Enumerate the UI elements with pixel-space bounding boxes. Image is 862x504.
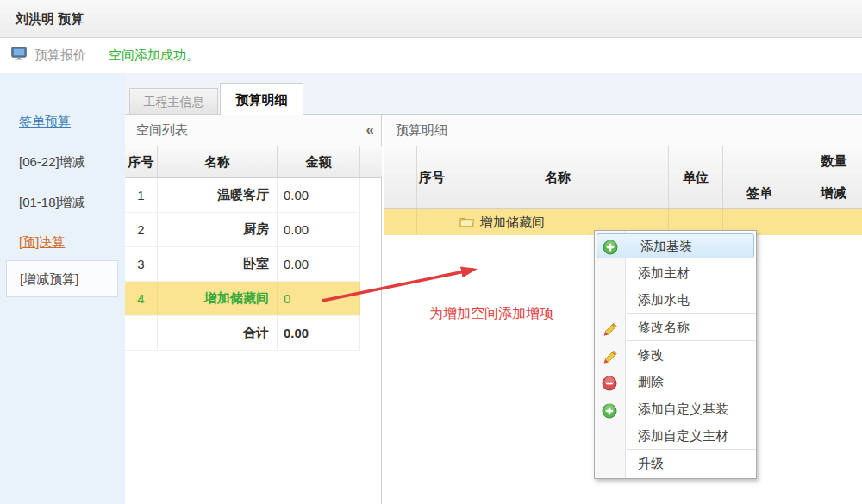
detail-title: 预算明细 bbox=[396, 122, 447, 137]
cell-name: 增加储藏间 bbox=[158, 282, 278, 315]
cell-name: 厨房 bbox=[158, 213, 278, 246]
menu-item-add-plumbing[interactable]: 添加水电 bbox=[595, 286, 756, 313]
menu-item-add-basic[interactable]: 添加基装 bbox=[597, 233, 754, 258]
menu-item-rename[interactable]: 修改名称 bbox=[595, 314, 756, 340]
menu-item-label: 添加自定义基装 bbox=[638, 401, 728, 416]
tab-project-info[interactable]: 工程主信息 bbox=[129, 88, 218, 114]
space-table-header: 序号 名称 金额 bbox=[125, 146, 382, 178]
cell-seq: 1 bbox=[125, 178, 158, 212]
menu-item-add-main-material[interactable]: 添加主材 bbox=[595, 259, 756, 286]
menu-item-add-custom-basic[interactable]: 添加自定义基装 bbox=[595, 395, 756, 422]
annotation-text: 为增加空间添加增项 bbox=[429, 305, 553, 323]
detail-row-name: 增加储藏间 bbox=[480, 215, 545, 231]
menu-item-delete[interactable]: 删除 bbox=[595, 368, 756, 395]
menu-item-upgrade[interactable]: 升级 bbox=[595, 450, 756, 476]
space-row-2[interactable]: 2 厨房 0.00 bbox=[125, 213, 360, 247]
menu-item-edit[interactable]: 修改 bbox=[595, 341, 756, 368]
menu-item-label: 修改名称 bbox=[638, 320, 690, 334]
detail-table-header: 序号 名称 单位 数量 签单 增减 bbox=[384, 146, 862, 209]
total-label: 合计 bbox=[158, 316, 278, 350]
col-qty-change: 增减 bbox=[796, 177, 862, 208]
cell-amount: 0.00 bbox=[278, 213, 360, 246]
menu-item-label: 添加基装 bbox=[640, 239, 692, 253]
col-filler bbox=[360, 146, 382, 177]
collapse-panel-icon[interactable]: « bbox=[366, 115, 374, 146]
col-qty-sign: 签单 bbox=[723, 177, 796, 208]
sidebar-item-final-account[interactable]: [预]决算 bbox=[19, 234, 65, 251]
cell-seq: 3 bbox=[125, 247, 158, 281]
sidebar-item-change-0622[interactable]: [06-22]增减 bbox=[19, 154, 85, 171]
sidebar-item-sign-budget[interactable]: 签单预算 bbox=[19, 114, 71, 130]
annotation-arrow bbox=[317, 259, 494, 308]
col-indent bbox=[384, 146, 417, 208]
col-amount: 金额 bbox=[278, 146, 360, 177]
sidebar-item-change-budget[interactable]: [增减预算] bbox=[6, 260, 118, 297]
col-seq: 序号 bbox=[417, 146, 447, 208]
window-title: 刘洪明 预算 bbox=[0, 0, 862, 38]
sidebar: 签单预算 [06-22]增减 [01-18]增减 [预]决算 [增减预算] bbox=[0, 73, 125, 504]
menu-item-label: 添加水电 bbox=[638, 292, 690, 307]
menu-item-add-custom-main-material[interactable]: 添加自定义主材 bbox=[595, 422, 756, 449]
menu-item-label: 添加自定义主材 bbox=[638, 428, 728, 443]
status-message: 空间添加成功。 bbox=[109, 47, 199, 64]
space-row-1[interactable]: 1 温暖客厅 0.00 bbox=[125, 178, 360, 213]
col-seq: 序号 bbox=[125, 146, 158, 177]
add-icon bbox=[603, 239, 618, 262]
module-label: 预算报价 bbox=[34, 47, 86, 64]
folder-icon bbox=[459, 215, 474, 230]
menu-item-label: 添加主材 bbox=[638, 265, 690, 280]
space-list-header: 空间列表 « bbox=[125, 115, 381, 146]
menu-item-label: 删除 bbox=[638, 374, 664, 389]
cell-amount: 0.00 bbox=[278, 178, 360, 212]
toolbar: 预算报价 空间添加成功。 bbox=[0, 38, 862, 73]
col-quantity-group: 数量 签单 增减 bbox=[723, 146, 862, 208]
col-quantity: 数量 bbox=[723, 146, 862, 177]
col-name: 名称 bbox=[158, 146, 278, 177]
col-unit: 单位 bbox=[669, 146, 723, 208]
cell-name: 温暖客厅 bbox=[158, 178, 278, 212]
space-total-row: 合计 0.00 bbox=[125, 316, 360, 351]
monitor-icon bbox=[11, 47, 28, 64]
context-menu: 添加基装 添加主材 添加水电 修改名称 bbox=[594, 230, 757, 479]
app-window: 刘洪明 预算 预算报价 空间添加成功。 签单预算 [06-22]增减 [01-1… bbox=[0, 0, 862, 504]
sidebar-item-change-0118[interactable]: [01-18]增减 bbox=[19, 195, 85, 211]
col-name: 名称 bbox=[447, 146, 669, 208]
total-value: 0.00 bbox=[278, 316, 360, 350]
cell-name: 卧室 bbox=[158, 247, 278, 281]
space-list-title: 空间列表 bbox=[136, 122, 188, 137]
detail-header: 预算明细 bbox=[384, 115, 862, 146]
tab-bar: 工程主信息 预算明细 bbox=[125, 73, 862, 115]
menu-item-label: 升级 bbox=[638, 456, 664, 470]
cell-seq: 4 bbox=[125, 282, 158, 315]
cell-seq: 2 bbox=[125, 213, 158, 246]
menu-item-label: 修改 bbox=[638, 347, 664, 362]
tab-budget-detail[interactable]: 预算明细 bbox=[220, 83, 303, 115]
space-list-panel: 空间列表 « 序号 名称 金额 1 温暖客厅 0.00 2 厨房 0.00 3 bbox=[125, 115, 382, 504]
